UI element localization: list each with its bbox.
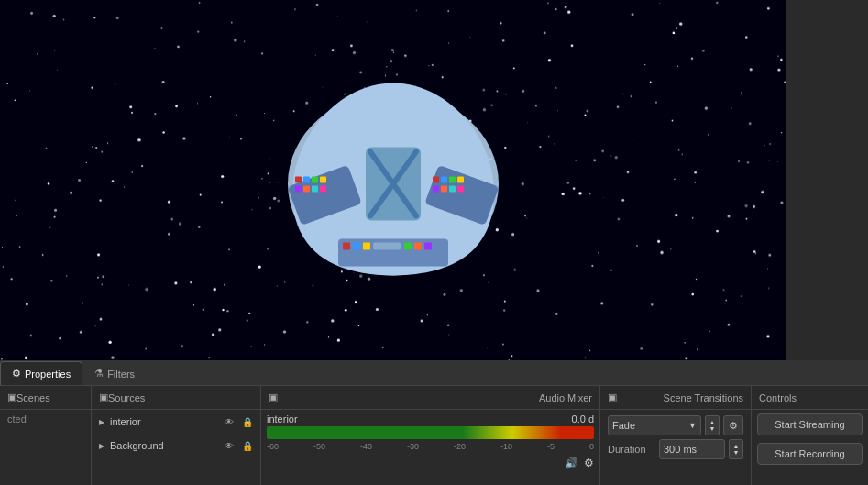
- svg-rect-9: [295, 186, 302, 193]
- gear-icon: ⚙: [729, 420, 738, 432]
- transition-type-value: Fade: [612, 420, 635, 431]
- tab-filters[interactable]: ⚗ Filters: [82, 361, 147, 385]
- eye-icon-interior[interactable]: 👁: [222, 414, 236, 429]
- svg-rect-18: [433, 186, 439, 193]
- speaker-icon[interactable]: 🔊: [565, 457, 578, 469]
- gear-icon: ⚙: [12, 368, 21, 380]
- svg-rect-20: [449, 186, 456, 193]
- svg-rect-25: [363, 243, 370, 250]
- eye-icon-background[interactable]: 👁: [222, 438, 236, 453]
- transition-gear-button[interactable]: ⚙: [723, 415, 743, 435]
- scenes-icon: ▣: [7, 391, 16, 403]
- duration-value: 300 ms: [664, 444, 697, 455]
- filter-icon: ⚗: [94, 368, 104, 380]
- audio-track: interior 0.0 d -60 -50 -40 -30 -20 -10 -…: [261, 410, 599, 455]
- svg-rect-12: [320, 186, 326, 193]
- scenes-title: Scenes: [16, 392, 50, 403]
- meter-bar: [267, 426, 594, 439]
- start-recording-button[interactable]: Start Recording: [757, 443, 863, 465]
- sources-header: ▣ Sources: [92, 386, 260, 410]
- play-icon-interior: ▶: [97, 417, 106, 426]
- tab-properties[interactable]: ⚙ Properties: [0, 361, 82, 385]
- transitions-panel: ▣ Scene Transitions Fade ▼ ▲ ▼: [600, 386, 752, 485]
- sources-panel: ▣ Sources ▶ interior 👁 🔒 ▶ Background 👁 …: [92, 386, 261, 485]
- audio-track-name: interior: [267, 413, 298, 424]
- lock-icon-interior[interactable]: 🔒: [240, 414, 255, 429]
- transition-type-select[interactable]: Fade ▼: [608, 415, 701, 435]
- bottom-panel: ▣ Scenes cted ▣ Sources ▶ interior 👁 🔒: [0, 386, 868, 485]
- audio-panel: ▣ Audio Mixer interior 0.0 d -60 -50 -40: [261, 386, 600, 485]
- audio-title: Audio Mixer: [539, 392, 592, 403]
- svg-rect-21: [457, 186, 464, 193]
- transitions-title: Scene Transitions: [664, 392, 743, 403]
- main-layout: ⚙ Properties ⚗ Filters ▣ Scenes cted: [0, 0, 868, 485]
- svg-rect-8: [320, 177, 326, 183]
- transitions-header: ▣ Scene Transitions: [600, 386, 751, 410]
- svg-rect-28: [414, 243, 422, 250]
- transition-duration-row: Duration 300 ms ▲ ▼: [608, 439, 743, 459]
- svg-rect-19: [441, 186, 447, 193]
- selected-scene-label: cted: [0, 410, 91, 428]
- audio-settings-icon[interactable]: ⚙: [584, 457, 594, 469]
- source-item-interior[interactable]: ▶ interior 👁 🔒: [92, 410, 260, 434]
- audio-track-value: 0.0 d: [572, 413, 594, 424]
- controls-panel: Controls Start Streaming Start Recording: [752, 386, 868, 485]
- lock-icon-background[interactable]: 🔒: [240, 438, 255, 453]
- svg-rect-27: [404, 243, 412, 250]
- svg-rect-10: [303, 186, 310, 193]
- svg-rect-6: [303, 177, 310, 183]
- svg-rect-11: [312, 186, 318, 193]
- transition-type-spinner[interactable]: ▲ ▼: [705, 415, 720, 435]
- controls-title: Controls: [759, 392, 797, 403]
- source-label-background: Background: [110, 440, 218, 451]
- transitions-content: Fade ▼ ▲ ▼ ⚙ Duration: [600, 410, 751, 465]
- play-icon-background: ▶: [97, 441, 106, 450]
- svg-rect-17: [457, 177, 464, 183]
- svg-rect-29: [424, 243, 432, 250]
- svg-rect-14: [433, 177, 439, 183]
- left-section: ⚙ Properties ⚗ Filters ▣ Scenes cted: [0, 0, 868, 485]
- source-item-background[interactable]: ▶ Background 👁 🔒: [92, 434, 260, 457]
- source-label-interior: interior: [110, 416, 218, 427]
- transitions-icon: ▣: [608, 391, 617, 403]
- start-streaming-button[interactable]: Start Streaming: [757, 413, 863, 435]
- controls-header: Controls: [752, 386, 868, 410]
- svg-rect-5: [295, 177, 302, 183]
- svg-rect-16: [449, 177, 456, 183]
- scenes-panel: ▣ Scenes cted: [0, 386, 92, 485]
- tab-bar: ⚙ Properties ⚗ Filters: [0, 360, 868, 386]
- audio-track-header: interior 0.0 d: [267, 413, 594, 424]
- duration-label: Duration: [608, 444, 655, 455]
- svg-rect-15: [441, 177, 447, 183]
- audio-controls: 🔊 ⚙: [261, 455, 599, 471]
- svg-rect-23: [343, 243, 350, 250]
- transition-type-row: Fade ▼ ▲ ▼ ⚙: [608, 415, 743, 435]
- svg-rect-26: [373, 243, 401, 250]
- meter-labels: -60 -50 -40 -30 -20 -10 -5 0: [267, 442, 594, 451]
- spaceship-graphic: [265, 47, 522, 303]
- sources-title: Sources: [108, 392, 145, 403]
- audio-icon: ▣: [269, 391, 278, 403]
- audio-header: ▣ Audio Mixer: [261, 386, 599, 410]
- preview-area: [0, 0, 786, 360]
- duration-spinner[interactable]: ▲ ▼: [729, 439, 743, 459]
- svg-rect-24: [353, 243, 360, 250]
- transition-duration-select[interactable]: 300 ms: [659, 439, 725, 459]
- svg-rect-7: [312, 177, 318, 183]
- scenes-header: ▣ Scenes: [0, 386, 91, 410]
- meter-gradient: [267, 426, 594, 439]
- sources-icon: ▣: [99, 391, 108, 403]
- chevron-down-icon: ▼: [688, 421, 697, 430]
